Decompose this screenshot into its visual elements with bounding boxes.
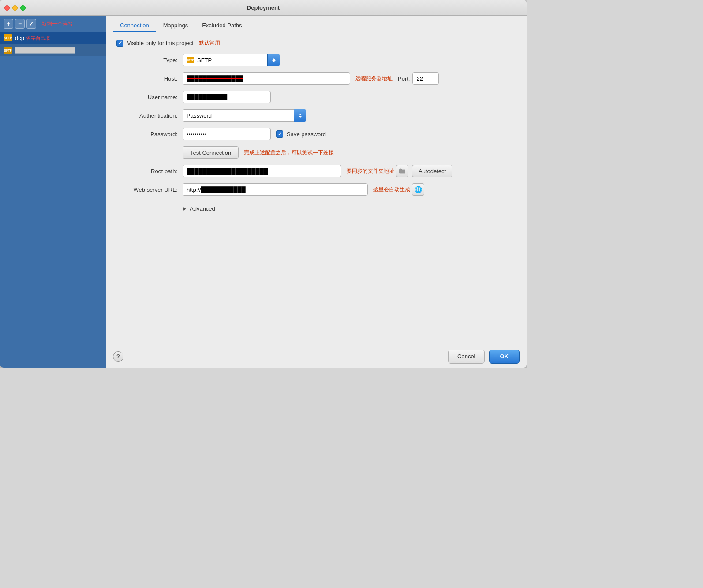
- sidebar: + − ✓ 新增一个连接 SFTP dcp 名字自己取 SFTP ███████…: [0, 16, 106, 368]
- bottom-bar: ? Cancel OK: [106, 345, 527, 368]
- folder-icon: [399, 168, 405, 174]
- minimize-button[interactable]: [12, 5, 18, 11]
- title-bar: Deployment: [0, 0, 527, 16]
- host-label: Host:: [116, 75, 183, 82]
- web-url-input[interactable]: [183, 183, 368, 196]
- type-row: Type: SFTP SFTP: [116, 54, 516, 66]
- web-url-label: Web server URL:: [116, 186, 183, 193]
- tab-mappings[interactable]: Mappings: [156, 19, 195, 32]
- auth-value: Password: [187, 112, 212, 119]
- root-path-control: 要同步的文件夹地址 Autodetect: [183, 165, 516, 177]
- host-annotation: 远程服务器地址: [355, 75, 393, 82]
- sidebar-items-list: SFTP dcp 名字自己取 SFTP ████████████████: [0, 32, 106, 368]
- save-password-label: Save password: [287, 131, 326, 138]
- auth-label: Authentication:: [116, 112, 183, 119]
- test-annotation: 完成上述配置之后，可以测试一下连接: [244, 149, 334, 156]
- cancel-button[interactable]: Cancel: [448, 350, 484, 364]
- type-sftp-icon: SFTP: [187, 57, 194, 63]
- auth-select-display[interactable]: Password: [183, 109, 306, 122]
- password-label: Password:: [116, 131, 183, 138]
- sidebar-item-annotation-dcp: 名字自己取: [26, 35, 50, 41]
- host-input[interactable]: [183, 72, 350, 85]
- host-control: 远程服务器地址 Port:: [183, 72, 516, 85]
- folder-browse-button[interactable]: [396, 165, 408, 177]
- root-path-annotation: 要同步的文件夹地址: [347, 167, 394, 175]
- type-label: Type:: [116, 57, 183, 63]
- password-control: Save password: [183, 128, 516, 140]
- save-password-row: Save password: [276, 130, 326, 138]
- username-input[interactable]: [183, 91, 271, 103]
- bottom-buttons: Cancel OK: [448, 350, 520, 364]
- web-url-annotation: 这里会自动生成: [373, 186, 410, 194]
- sidebar-toolbar: + − ✓ 新增一个连接: [0, 16, 106, 32]
- port-row: Port:: [398, 72, 439, 85]
- sftp-icon-1: SFTP: [4, 34, 12, 41]
- form-area: Visible only for this project 默认常用 Type:…: [106, 32, 527, 345]
- add-connection-button[interactable]: +: [4, 19, 13, 29]
- visible-only-label: Visible only for this project: [127, 40, 194, 46]
- username-label: User name:: [116, 94, 183, 100]
- confirm-button[interactable]: ✓: [26, 19, 36, 29]
- root-path-input[interactable]: [183, 165, 341, 177]
- maximize-button[interactable]: [20, 5, 26, 11]
- type-value: SFTP: [197, 57, 212, 63]
- auth-control: Password: [183, 109, 516, 122]
- test-connection-button[interactable]: Test Connection: [183, 146, 239, 159]
- password-input[interactable]: [183, 128, 271, 140]
- help-button[interactable]: ?: [113, 351, 123, 362]
- advanced-collapse-icon: [183, 207, 186, 211]
- sidebar-item-2[interactable]: SFTP ████████████████: [0, 44, 106, 56]
- advanced-row[interactable]: Advanced: [116, 202, 516, 216]
- type-select-wrapper: SFTP SFTP: [183, 54, 280, 66]
- right-panel: Connection Mappings Excluded Paths Visib…: [106, 16, 527, 368]
- globe-button[interactable]: 🌐: [412, 183, 424, 196]
- ok-button[interactable]: OK: [489, 350, 520, 364]
- password-row: Password: Save password: [116, 128, 516, 140]
- advanced-label: Advanced: [190, 205, 215, 212]
- close-button[interactable]: [4, 5, 10, 11]
- test-control: Test Connection 完成上述配置之后，可以测试一下连接: [183, 146, 516, 159]
- window-title: Deployment: [247, 4, 280, 11]
- username-row: User name:: [116, 91, 516, 103]
- port-label: Port:: [398, 75, 410, 82]
- type-select-display[interactable]: SFTP SFTP: [183, 54, 280, 66]
- web-url-control: 这里会自动生成 🌐: [183, 183, 516, 196]
- host-row: Host: 远程服务器地址 Port:: [116, 72, 516, 85]
- visible-only-annotation: 默认常用: [199, 39, 220, 47]
- sidebar-item-dcp[interactable]: SFTP dcp 名字自己取: [0, 32, 106, 44]
- web-url-row: Web server URL: 这里会自动生成 🌐: [116, 183, 516, 196]
- type-control: SFTP SFTP: [183, 54, 516, 66]
- tab-excluded-paths[interactable]: Excluded Paths: [195, 19, 249, 32]
- auth-select-wrapper: Password: [183, 109, 306, 122]
- sidebar-item-label-dcp: dcp: [15, 35, 24, 41]
- new-connection-annotation: 新增一个连接: [41, 20, 73, 28]
- port-input[interactable]: [412, 72, 439, 85]
- tab-connection[interactable]: Connection: [113, 19, 156, 32]
- visible-only-row: Visible only for this project 默认常用: [116, 39, 516, 47]
- save-password-checkbox[interactable]: [276, 130, 283, 138]
- autodetect-button[interactable]: Autodetect: [412, 165, 452, 177]
- deployment-window: Deployment + − ✓ 新增一个连接 SFTP dcp 名字自己取 S: [0, 0, 527, 368]
- root-path-label: Root path:: [116, 168, 183, 175]
- sidebar-item-label-2: ████████████████: [15, 47, 75, 53]
- visible-only-checkbox[interactable]: [116, 40, 123, 47]
- traffic-lights: [4, 5, 26, 11]
- sftp-icon-2: SFTP: [4, 47, 12, 54]
- remove-connection-button[interactable]: −: [15, 19, 25, 29]
- tabs-bar: Connection Mappings Excluded Paths: [106, 16, 527, 32]
- test-connection-row: Test Connection 完成上述配置之后，可以测试一下连接: [116, 146, 516, 159]
- username-control: [183, 91, 516, 103]
- main-content: + − ✓ 新增一个连接 SFTP dcp 名字自己取 SFTP ███████…: [0, 16, 527, 368]
- auth-row: Authentication: Password: [116, 109, 516, 122]
- root-path-row: Root path: 要同步的文件夹地址 Autodetect: [116, 165, 516, 177]
